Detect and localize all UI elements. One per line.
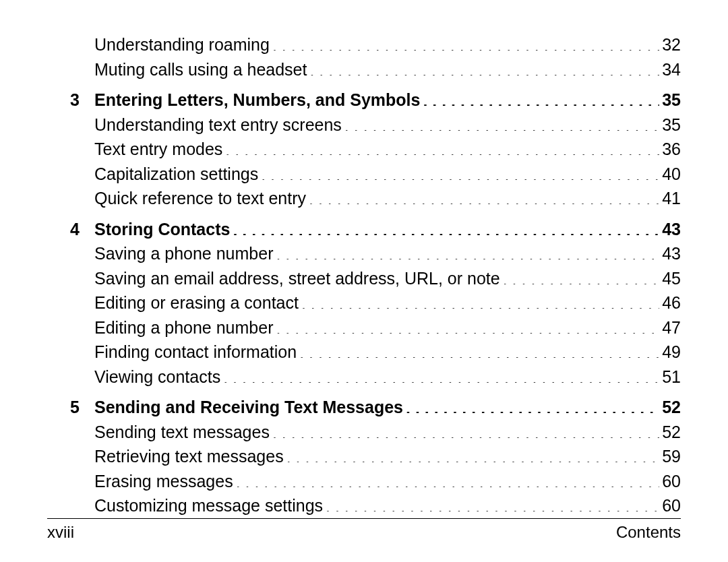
section-title: Quick reference to text entry [94,186,306,211]
toc-sub-row: Understanding text entry screens35 [47,113,681,137]
page-number: 34 [662,57,681,82]
section-title: Customizing message settings [94,493,323,518]
dot-leader [309,187,659,204]
section-title: Understanding text entry screens [94,113,342,137]
dot-leader [225,138,659,155]
page-number-roman: xviii [47,523,74,542]
dot-leader [236,470,660,487]
footer-section-title: Contents [616,523,681,542]
section-title: Saving an email address, street address,… [94,266,500,291]
section-title: Editing a phone number [94,315,273,340]
toc-sub-row: Customizing message settings60 [47,493,681,518]
page-number: 47 [662,315,681,340]
section-title: Viewing contacts [94,365,220,389]
section-title: Sending text messages [94,420,270,445]
page-number: 59 [662,444,681,469]
page-number: 46 [662,290,681,315]
page-number: 52 [662,395,681,420]
toc-sub-row: Finding contact information49 [47,340,681,365]
toc-sub-row: Retrieving text messages59 [47,444,681,469]
page-number: 51 [662,365,681,389]
page-footer: xviii Contents [47,518,681,542]
toc-sub-row: Capitalization settings40 [47,162,681,187]
dot-leader [276,243,659,259]
dot-leader [272,34,659,51]
page-number: 43 [662,217,681,242]
toc-sub-row: Viewing contacts51 [47,365,681,389]
section-title: Saving a phone number [94,241,273,266]
toc-sub-row: Understanding roaming32 [47,32,681,57]
toc-sub-row: Erasing messages60 [47,469,681,494]
dot-leader [276,317,659,334]
toc-sub-row: Text entry modes36 [47,137,681,162]
dot-leader [503,268,659,284]
toc-chapter-row: 5Sending and Receiving Text Messages52 [47,395,681,420]
page-number: 35 [662,88,681,113]
dot-leader [286,445,660,462]
dot-leader [406,396,659,413]
chapter-title: Sending and Receiving Text Messages [94,395,403,420]
section-title: Retrieving text messages [94,444,284,469]
toc-sub-row: Editing a phone number47 [47,315,681,340]
page-number: 43 [662,241,681,266]
dot-leader [344,114,659,131]
dot-leader [309,59,659,75]
toc-sub-row: Quick reference to text entry41 [47,186,681,211]
page-number: 49 [662,340,681,365]
chapter-number: 3 [47,88,94,113]
dot-leader [223,366,659,383]
section-title: Capitalization settings [94,162,258,187]
toc-sub-row: Editing or erasing a contact46 [47,290,681,315]
chapter-number: 5 [47,395,94,420]
toc-sub-row: Saving an email address, street address,… [47,266,681,291]
page-number: 60 [662,469,681,494]
chapter-title: Entering Letters, Numbers, and Symbols [94,88,420,113]
dot-leader [233,218,659,235]
dot-leader [326,495,659,511]
section-title: Muting calls using a headset [94,57,307,82]
page-number: 40 [662,162,681,187]
chapter-title: Storing Contacts [94,217,230,242]
section-title: Editing or erasing a contact [94,290,299,315]
toc-content: Understanding roaming32Muting calls usin… [47,32,681,518]
dot-leader [423,89,659,106]
page-number: 35 [662,113,681,137]
page-number: 45 [662,266,681,291]
toc-chapter-row: 3Entering Letters, Numbers, and Symbols3… [47,88,681,113]
page-number: 60 [662,493,681,518]
dot-leader [299,341,659,358]
section-title: Erasing messages [94,469,233,494]
toc-sub-row: Muting calls using a headset34 [47,57,681,82]
dot-leader [301,292,659,309]
toc-chapter-row: 4Storing Contacts43 [47,217,681,242]
dot-leader [261,163,659,180]
toc-sub-row: Sending text messages52 [47,420,681,445]
page-number: 32 [662,32,681,57]
section-title: Text entry modes [94,137,222,162]
toc-sub-row: Saving a phone number43 [47,241,681,266]
page-number: 52 [662,420,681,445]
page: Understanding roaming32Muting calls usin… [0,0,728,562]
page-number: 36 [662,137,681,162]
section-title: Finding contact information [94,340,297,365]
chapter-number: 4 [47,217,94,242]
dot-leader [272,421,659,438]
section-title: Understanding roaming [94,32,270,57]
page-number: 41 [662,186,681,211]
